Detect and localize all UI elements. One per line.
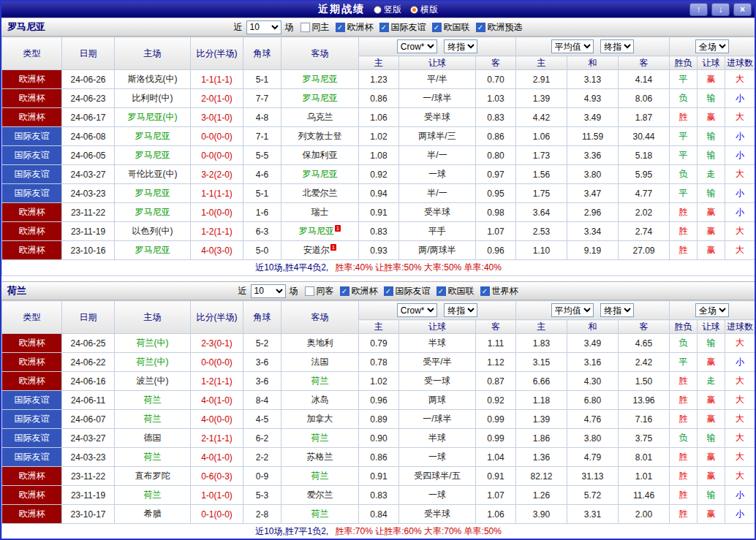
away-team: 罗马尼亚	[281, 165, 359, 184]
avg-draw-odds: 11.59	[567, 127, 619, 146]
checkbox-checked-icon[interactable]: ✓	[480, 286, 490, 296]
avg-home-odds: 4.42	[516, 108, 567, 127]
match-row: 欧洲杯23-10-16罗马尼亚4-0(3-0)5-0安道尔10.93两/两球半0…	[2, 241, 755, 260]
result-handicap: 赢	[698, 241, 725, 260]
odds-home: 0.91	[359, 203, 399, 222]
sub-col-handicap: 让球	[399, 56, 476, 70]
odds-home: 0.83	[359, 486, 399, 505]
filter-checkbox[interactable]: ✓国际友谊	[379, 21, 426, 34]
checkbox-checked-icon[interactable]: ✓	[384, 286, 393, 296]
avg-draw-odds: 3.80	[567, 165, 619, 184]
result-goals: 大	[725, 391, 755, 410]
checkbox-checked-icon[interactable]: ✓	[436, 286, 446, 296]
team-name-text: 爱尔兰	[307, 490, 333, 500]
filter-checkbox[interactable]: ✓国际友谊	[384, 285, 431, 297]
odds-handicap: 受一球	[399, 372, 476, 391]
avg-away-odds: 2.74	[619, 222, 670, 241]
bookmaker-select[interactable]: Crow*	[397, 39, 437, 53]
result-handicap: 输	[698, 89, 725, 108]
checkbox-checked-icon[interactable]: ✓	[340, 286, 349, 296]
match-row: 国际友谊24-06-07荷兰4-0(0-0)4-5加拿大0.89一/球半0.99…	[2, 410, 755, 429]
team-name-text: 罗马尼亚	[303, 93, 338, 103]
checkbox-label: 世界杯	[492, 285, 518, 297]
layout-option-horizontal[interactable]: 横版	[410, 4, 438, 16]
sub-col-goals-result: 进球数	[725, 56, 755, 70]
radio-icon[interactable]	[374, 6, 382, 14]
match-row: 国际友谊24-03-27哥伦比亚(中)3-2(2-0)4-6罗马尼亚0.92一球…	[2, 165, 755, 184]
filter-checkbox[interactable]: ✓欧洲杯	[340, 285, 378, 297]
corner-score: 4-8	[243, 108, 281, 127]
avg-period-select[interactable]: 终指	[600, 39, 634, 53]
avg-draw-odds: 5.72	[567, 486, 619, 505]
odds-away: 1.11	[476, 334, 516, 353]
result-goals: 小	[725, 127, 755, 146]
result-scope-header: 全场	[670, 301, 755, 320]
checkbox-label: 同客	[317, 285, 334, 297]
match-row: 欧洲杯24-06-26斯洛伐克(中)1-1(1-1)5-1罗马尼亚1.23平/半…	[2, 70, 755, 89]
filter-checkbox[interactable]: ✓欧洲预选	[476, 21, 523, 34]
checkbox-unchecked-icon[interactable]	[300, 23, 310, 32]
competition-type: 欧洲杯	[2, 353, 62, 372]
odds-away: 0.86	[476, 127, 516, 146]
team-name-text: 罗马尼亚	[135, 188, 170, 198]
competition-filters: 同客✓欧洲杯✓国际友谊✓欧国联✓世界杯	[305, 285, 518, 297]
away-team: 罗马尼亚	[281, 89, 359, 108]
bookmaker-select[interactable]: Crow*	[397, 303, 437, 317]
home-team: 荷兰	[115, 448, 191, 467]
avg-draw-odds: 2.96	[567, 203, 619, 222]
odds-period-select[interactable]: 终指	[444, 39, 477, 53]
avg-home-odds: 1.86	[516, 429, 567, 448]
team-name-text: 苏格兰	[307, 452, 333, 462]
match-score: 4-0(0-0)	[191, 410, 243, 429]
filter-checkbox[interactable]: 同客	[305, 285, 334, 297]
match-date: 24-06-23	[62, 89, 115, 108]
result-handicap: 输	[698, 429, 725, 448]
team-name-text: 荷兰(中)	[137, 357, 169, 367]
scope-select[interactable]: 全场	[695, 39, 729, 53]
checkbox-checked-icon[interactable]: ✓	[476, 23, 485, 32]
result-handicap: 输	[698, 127, 725, 146]
checkbox-label: 欧洲杯	[352, 285, 378, 297]
average-select[interactable]: 平均值	[551, 39, 594, 53]
col-date: 日期	[62, 301, 115, 334]
odds-handicap: 半球	[399, 334, 476, 353]
red-card-badge: 1	[335, 225, 341, 232]
competition-type: 欧洲杯	[2, 222, 62, 241]
team-name-text: 加拿大	[307, 414, 333, 424]
move-down-button[interactable]: ↓	[711, 3, 730, 16]
scope-select[interactable]: 全场	[695, 303, 729, 317]
checkbox-unchecked-icon[interactable]	[305, 286, 314, 296]
recent-count-select[interactable]: 10	[246, 20, 281, 34]
checkbox-checked-icon[interactable]: ✓	[432, 23, 442, 32]
avg-period-select[interactable]: 终指	[600, 303, 634, 317]
close-button[interactable]: ×	[733, 3, 752, 16]
odds-away: 0.98	[476, 203, 516, 222]
filter-checkbox[interactable]: 同主	[300, 21, 330, 34]
checkbox-checked-icon[interactable]: ✓	[336, 23, 345, 32]
odds-away: 0.92	[476, 391, 516, 410]
result-scope-header: 全场	[670, 37, 755, 56]
away-team: 荷兰	[281, 372, 359, 391]
layout-option-vertical[interactable]: 竖版	[374, 4, 401, 16]
avg-draw-odds: 3.31	[567, 505, 619, 524]
odds-away: 0.97	[476, 165, 516, 184]
filter-checkbox[interactable]: ✓欧洲杯	[336, 21, 374, 34]
corner-score: 5-0	[243, 241, 281, 260]
odds-handicap: 半球	[399, 429, 476, 448]
odds-away: 0.99	[476, 410, 516, 429]
home-team: 荷兰	[115, 391, 191, 410]
average-select[interactable]: 平均值	[551, 303, 594, 317]
odds-period-select[interactable]: 终指	[444, 303, 477, 317]
odds-handicap: 半/一	[399, 184, 476, 203]
odds-handicap: 半/一	[399, 146, 476, 165]
avg-away-odds: 3.75	[619, 429, 670, 448]
filter-checkbox[interactable]: ✓欧国联	[436, 285, 475, 297]
recent-count-select[interactable]: 10	[251, 284, 286, 298]
move-up-button[interactable]: ↑	[689, 3, 708, 16]
filter-checkbox[interactable]: ✓欧国联	[432, 21, 470, 34]
filter-checkbox[interactable]: ✓世界杯	[480, 285, 518, 297]
radio-icon[interactable]	[410, 6, 418, 14]
result-handicap: 走	[698, 165, 725, 184]
checkbox-checked-icon[interactable]: ✓	[379, 23, 389, 32]
away-team: 乌克兰	[281, 108, 359, 127]
